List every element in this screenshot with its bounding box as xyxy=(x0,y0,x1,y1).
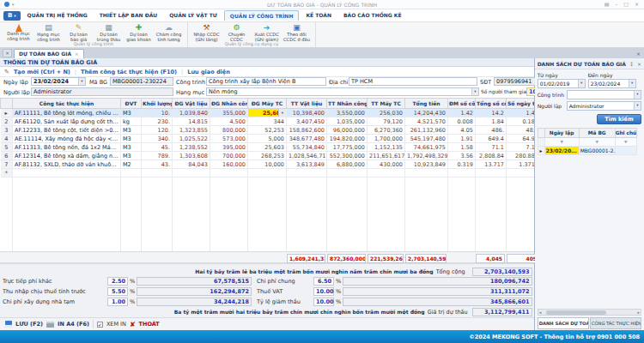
grid-cell[interactable]: 6,270,360 xyxy=(368,126,405,135)
grid-cell[interactable]: 1,323,855 xyxy=(173,126,210,135)
ribbon-tab[interactable]: KẾ TOÁN xyxy=(301,10,337,21)
dropdown-icon[interactable]: ▾ xyxy=(278,109,286,117)
grid-cell[interactable]: 14,815 xyxy=(173,117,210,126)
grid-cell[interactable]: 395,000 xyxy=(210,143,248,152)
chevron-down-icon[interactable]: ▾ xyxy=(634,91,641,99)
grid-cell[interactable]: AF.11313, Bê tông nền, đá 1x2 Mác 200 xyxy=(13,143,121,152)
grid-cell[interactable]: 1.91 xyxy=(448,135,476,143)
ribbon-tab[interactable]: QUẢN LÝ VẬT TƯ xyxy=(164,10,222,21)
grid-cell[interactable]: 14.2 xyxy=(476,109,507,117)
grid-cell[interactable]: 1,238,552 xyxy=(173,143,210,152)
grid-cell[interactable]: AF.81132, SXLD, tháo dỡ ván khuôn gỗ c..… xyxy=(13,160,121,169)
minimize-button[interactable]: – xyxy=(615,0,617,9)
ribbon-button-cone[interactable]: Danh mụccông trình xyxy=(3,23,33,42)
grid-cell[interactable]: 1,025,522 xyxy=(173,135,210,143)
grid-cell[interactable] xyxy=(327,169,368,178)
grid-cell[interactable]: 1,792,498,329 xyxy=(405,152,448,160)
grid-cell[interactable]: 2,808.84 xyxy=(476,152,507,160)
close-button[interactable]: × xyxy=(635,0,639,9)
grid-row[interactable]: 5AF.11313, Bê tông nền, đá 1x2 Mác 200M3… xyxy=(1,143,534,152)
grid-cell[interactable]: 71.1 xyxy=(476,143,507,152)
tu-ngay-input[interactable]: 01/02/2019▾ xyxy=(538,79,586,88)
grid-header-cell[interactable]: TT Nhân công xyxy=(327,99,368,109)
grid-row[interactable]: 2AF.61120, Sản xuất lắp dựng cốt thép m.… xyxy=(1,117,534,126)
grid-cell[interactable] xyxy=(248,169,287,178)
tab-cong-tac[interactable]: CÔNG TÁC THỰC HIỆN xyxy=(590,317,641,329)
grid-cell[interactable]: 55,734,840 xyxy=(287,143,327,152)
grid-row[interactable]: ▸AF.11111, Bê tông lót móng, chiều rộng … xyxy=(1,109,534,117)
grid-cell[interactable]: M2 xyxy=(121,160,142,169)
grid-cell[interactable]: AF.12314, Bê tông xà dầm, giằng nhà, đ..… xyxy=(13,152,121,160)
list-item[interactable]: ▸ 23/02/20... MBG00001-2... xyxy=(538,147,636,155)
grid-cell[interactable]: 4.05 xyxy=(448,126,476,135)
scrollbar-thumb[interactable] xyxy=(546,310,606,315)
grid-cell[interactable]: 1.42 xyxy=(507,109,534,117)
grid-header-cell[interactable]: TT Máy TC xyxy=(368,99,405,109)
maximize-button[interactable]: □ xyxy=(623,0,629,9)
grid-cell[interactable]: kg xyxy=(121,117,142,126)
list-cell-ghi[interactable] xyxy=(615,147,636,155)
ma-bg-input[interactable]: MBG00001-230224 xyxy=(110,77,173,86)
ribbon-button-building[interactable]: ▤Hạng mụccông trình xyxy=(33,23,64,42)
grid-header-cell[interactable]: ĐG Nhân công xyxy=(210,99,248,109)
grid-header-cell[interactable]: Khối lượng xyxy=(142,99,173,109)
grid-header-cell[interactable]: Công tác thực hiện xyxy=(13,99,121,109)
hang-muc-input[interactable]: Nền móng▾ xyxy=(206,87,479,96)
exit-button[interactable]: THOÁT xyxy=(139,321,160,328)
new-button[interactable]: Tạo mới (Ctrl + N) xyxy=(14,69,70,75)
grid-new-row[interactable]: * xyxy=(1,169,534,178)
grid-cell[interactable]: 14,204,430 xyxy=(405,109,448,117)
tabstrip-close-icon[interactable]: × xyxy=(636,51,644,58)
ribbon-button-page-edit[interactable]: ✎Dự toánbáo giá xyxy=(64,23,94,42)
tab-close-icon[interactable]: × xyxy=(75,51,79,57)
ngay-lap-input[interactable]: 23/02/2024▾ xyxy=(31,77,86,86)
grid-cell[interactable]: 256,030 xyxy=(368,109,405,117)
grid-cell[interactable]: 3,407,450 xyxy=(287,117,327,126)
chevron-down-icon[interactable]: ▾ xyxy=(629,80,635,87)
chevron-down-icon[interactable]: ▾ xyxy=(78,78,85,85)
grid-header-cell[interactable]: Số ngày thực hiện xyxy=(507,99,534,109)
close-doc-button[interactable]: × xyxy=(3,49,12,57)
print-button[interactable]: IN A4 (F6) xyxy=(58,321,89,328)
grid-cell[interactable]: 1,152,135 xyxy=(368,143,405,152)
grid-cell[interactable]: 573,000 xyxy=(210,135,248,143)
filter-icon[interactable]: ▼ xyxy=(544,138,579,147)
sdt-input[interactable]: 0979596941 xyxy=(494,77,538,86)
grid-cell[interactable]: 45. xyxy=(142,143,173,152)
grid-cell[interactable] xyxy=(142,169,173,178)
side-nguoi-lap-input[interactable]: Administrator▾ xyxy=(567,101,641,111)
grid-cell[interactable]: 48.6 xyxy=(507,126,534,135)
ribbon-button-cloud[interactable]: ☁Chấm côngtính lương xyxy=(154,23,184,42)
grid-row[interactable]: 6AF.12314, Bê tông xà dầm, giằng nhà, đ.… xyxy=(1,152,534,160)
grid-cell[interactable]: 261,132,960 xyxy=(405,126,448,135)
list-cell-ma[interactable]: MBG00001-2... xyxy=(579,147,615,155)
pin-icon[interactable]: ↧ xyxy=(629,61,634,67)
grid-cell[interactable]: 160,000 xyxy=(210,160,248,169)
grid-cell[interactable] xyxy=(173,169,210,178)
grid-cell[interactable]: 3,550,000 xyxy=(327,109,368,117)
grid-cell[interactable]: 1,700,000 xyxy=(368,135,405,143)
save-button[interactable]: LƯU (F2) xyxy=(15,321,43,328)
grid-cell[interactable]: 552,300,000 xyxy=(327,152,368,160)
grid-cell[interactable]: 280.884 xyxy=(507,152,534,160)
grid-cell[interactable]: 64.94 xyxy=(507,135,534,143)
ribbon-tab[interactable]: QUẢN TRỊ HỆ THỐNG xyxy=(22,10,93,21)
den-ngay-input[interactable]: 23/02/2024▾ xyxy=(588,79,636,88)
grid-cell[interactable]: 340. xyxy=(142,135,173,143)
fee-pct-input[interactable]: 5.50 xyxy=(107,287,128,296)
grid-cell[interactable]: 545,197,480 xyxy=(405,135,448,143)
grid-cell[interactable]: 120. xyxy=(142,126,173,135)
side-cong-trinh-input[interactable]: ▾ xyxy=(567,90,641,99)
ribbon-tab[interactable]: QUẢN LÝ CÔNG TRÌNH xyxy=(224,10,300,21)
doc-tab-active[interactable]: DỰ TOÁN BÁO GIÁ × xyxy=(14,49,84,58)
filter-icon[interactable]: ▼ xyxy=(615,138,636,147)
grid-header-cell[interactable]: Tổng số công xyxy=(476,99,507,109)
scroll-left-icon[interactable]: ◂ xyxy=(538,310,543,315)
grid-cell[interactable] xyxy=(476,169,507,178)
grid-cell[interactable] xyxy=(507,169,534,178)
list-col-ngay[interactable]: Ngày lập xyxy=(544,129,579,138)
grid-cell[interactable]: 158,862,600 xyxy=(287,126,327,135)
preview-checkbox[interactable]: ✔ xyxy=(97,322,103,328)
cong-trinh-input[interactable]: Công trình xây lắp Bệnh Viện B xyxy=(206,77,326,86)
grid-cell[interactable]: 79,120 xyxy=(368,117,405,126)
